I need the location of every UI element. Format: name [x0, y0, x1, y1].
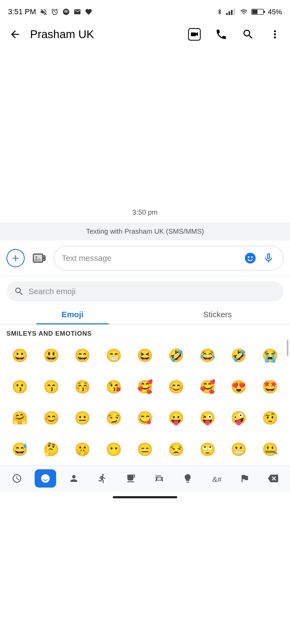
bluetooth-icon: [216, 8, 223, 16]
emoji-tabs: Emoji Stickers: [0, 304, 290, 324]
emoji-cell[interactable]: 😏: [98, 402, 129, 434]
scroll-indicator: [287, 340, 288, 356]
emoji-cell[interactable]: 😊: [35, 402, 67, 434]
category-flags[interactable]: [234, 469, 255, 488]
status-left: 3:51 PM: [8, 8, 92, 16]
svg-text:&#!: &#!: [212, 475, 221, 484]
microphone-button[interactable]: [262, 251, 276, 265]
emoji-cell[interactable]: 😬: [223, 434, 254, 465]
emoji-cell[interactable]: 😃: [35, 340, 67, 371]
category-symbols[interactable]: &#!: [205, 469, 227, 488]
svg-point-18: [44, 477, 45, 478]
emoji-button[interactable]: [243, 251, 257, 265]
category-label: SMILEYS AND EMOTIONS: [0, 324, 290, 340]
message-placeholder: Text message: [62, 254, 239, 263]
category-travel[interactable]: [148, 469, 170, 488]
emoji-cell[interactable]: 😀: [4, 340, 35, 371]
svg-point-16: [251, 256, 253, 258]
emoji-cell[interactable]: 😙: [35, 371, 67, 402]
emoji-cell[interactable]: 🤐: [255, 434, 286, 465]
emoji-cell[interactable]: 😘: [98, 371, 129, 402]
svg-rect-4: [233, 9, 235, 15]
signal-icon: [226, 8, 236, 16]
emoji-cell[interactable]: 😛: [161, 402, 192, 434]
category-food[interactable]: [120, 469, 142, 488]
timestamp-area: 3:50 pm: [0, 203, 290, 219]
tab-emoji[interactable]: Emoji: [0, 304, 145, 324]
category-objects[interactable]: [177, 469, 198, 488]
spotify-icon: [62, 8, 70, 16]
video-call-button[interactable]: [186, 26, 203, 43]
app-bar-icons: [186, 26, 284, 43]
emoji-cell[interactable]: 🤗: [4, 402, 35, 434]
emoji-cell[interactable]: 😜: [192, 402, 223, 434]
emoji-cell[interactable]: 😚: [67, 371, 98, 402]
category-smileys[interactable]: [35, 469, 56, 488]
chat-title: Prasham UK: [30, 28, 179, 41]
emoji-cell[interactable]: 😐: [67, 402, 98, 434]
battery-icon: [251, 8, 265, 16]
media-button[interactable]: [30, 249, 48, 267]
emoji-search-bar[interactable]: [6, 281, 284, 301]
more-options-button[interactable]: [266, 26, 284, 43]
emoji-cell[interactable]: 🤔: [35, 434, 67, 465]
emoji-cell[interactable]: 🤩: [255, 371, 286, 402]
emoji-search-input[interactable]: [28, 287, 276, 296]
svg-point-17: [41, 474, 50, 483]
emoji-cell[interactable]: 😅: [4, 434, 35, 465]
emoji-cell[interactable]: 🤫: [67, 434, 98, 465]
alarm-icon: [51, 8, 59, 16]
emoji-cell[interactable]: 😊: [161, 371, 192, 402]
home-bar: [113, 496, 177, 498]
emoji-cell[interactable]: 🙄: [192, 434, 223, 465]
phone-button[interactable]: [213, 26, 230, 43]
status-bar: 3:51 PM 45%: [0, 0, 290, 21]
back-button[interactable]: [6, 26, 24, 43]
emoji-cell[interactable]: 🤨: [255, 402, 286, 434]
search-button[interactable]: [240, 26, 257, 43]
emoji-cell[interactable]: 😭: [255, 340, 286, 371]
emoji-cell[interactable]: 🤣: [223, 340, 254, 371]
wifi-icon: [239, 8, 249, 16]
category-bar: &#!: [0, 465, 290, 492]
emoji-cell[interactable]: 😂: [192, 340, 223, 371]
svg-rect-2: [229, 11, 230, 15]
category-people[interactable]: [63, 469, 85, 488]
tab-stickers[interactable]: Stickers: [145, 304, 290, 324]
text-message-input[interactable]: Text message: [54, 246, 284, 270]
category-activities[interactable]: [92, 469, 113, 488]
battery-percentage: 45%: [268, 8, 282, 16]
svg-rect-20: [155, 475, 157, 478]
emoji-cell[interactable]: 😄: [67, 340, 98, 371]
category-backspace[interactable]: [262, 469, 284, 488]
svg-rect-13: [43, 257, 44, 259]
status-right: 45%: [216, 8, 282, 16]
category-recent[interactable]: [6, 469, 28, 488]
chat-area: [0, 47, 290, 203]
emoji-grid: 😀😃😄😁😆🤣😂🤣😭😗😙😚😘🥰😊🥰😍🤩🤗😊😐😏😋😛😜🤪🤨😅🤔🤫😶😑😒🙄😬🤐: [0, 340, 290, 465]
emoji-cell[interactable]: 🤣: [161, 340, 192, 371]
emoji-cell[interactable]: 🥰: [129, 371, 161, 402]
emoji-cell[interactable]: 😋: [129, 402, 161, 434]
svg-rect-7: [252, 10, 258, 14]
svg-point-15: [248, 256, 249, 258]
heart-icon: [85, 8, 92, 16]
svg-rect-6: [263, 11, 265, 13]
emoji-cell[interactable]: 🤪: [223, 402, 254, 434]
emoji-cell[interactable]: 😑: [129, 434, 161, 465]
svg-point-19: [46, 477, 47, 478]
status-time: 3:51 PM: [8, 8, 36, 16]
emoji-cell[interactable]: 😶: [98, 434, 129, 465]
emoji-cell[interactable]: 😁: [98, 340, 129, 371]
svg-point-0: [63, 9, 69, 15]
emoji-cell[interactable]: 😒: [161, 434, 192, 465]
emoji-cell[interactable]: 😆: [129, 340, 161, 371]
emoji-cell[interactable]: 😍: [223, 371, 254, 402]
app-bar: Prasham UK: [0, 21, 290, 47]
mute-icon: [40, 8, 47, 16]
add-button[interactable]: [6, 249, 25, 267]
emoji-cell[interactable]: 🥰: [192, 371, 223, 402]
sms-label: Texting with Prasham UK (SMS/MMS): [0, 222, 290, 240]
emoji-cell[interactable]: 😗: [4, 371, 35, 402]
message-timestamp: 3:50 pm: [132, 208, 158, 217]
